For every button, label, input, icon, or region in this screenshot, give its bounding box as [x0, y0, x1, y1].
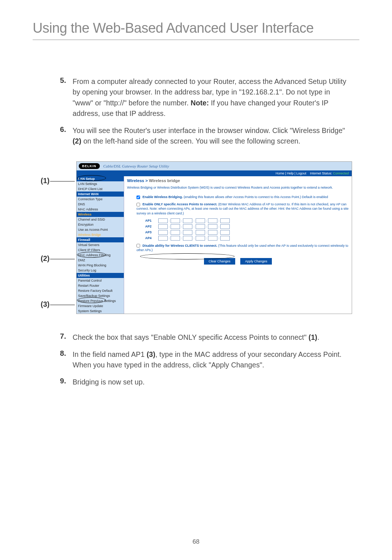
nav-wan-ping-blocking[interactable]: WAN Ping Blocking: [77, 263, 124, 268]
panel-description: Wireless Bridging or Wireless Distributi…: [127, 186, 349, 190]
mac-octet-input[interactable]: [220, 236, 230, 241]
mac-octet-input[interactable]: [171, 236, 180, 241]
step-text: Check the box that says "Enable ONLY spe…: [73, 332, 352, 343]
mac-octet-input[interactable]: [171, 218, 180, 223]
router-screenshot: (1) (2) (3) BELKIN Cable/DSL Gateway Rou…: [47, 161, 359, 314]
callout-3: (3): [41, 300, 49, 309]
mac-octet-input[interactable]: [196, 224, 205, 229]
page-number: 68: [0, 538, 392, 545]
nav-encryption[interactable]: Encryption: [77, 222, 124, 227]
nav-parental-control[interactable]: Parental Control: [77, 278, 124, 283]
step: 8.In the field named AP1 (3), type in th…: [54, 349, 352, 371]
nav-internet-wan[interactable]: Internet WAN: [77, 192, 124, 197]
mac-octet-input[interactable]: [208, 236, 217, 241]
page-title: Using the Web-Based Advanced User Interf…: [33, 20, 359, 40]
mac-octet-input[interactable]: [183, 236, 192, 241]
mac-octet-input[interactable]: [158, 224, 168, 229]
nav-lan-setup[interactable]: LAN Setup: [77, 176, 124, 181]
ap-label: AP2: [145, 225, 158, 228]
nav-virtual-servers[interactable]: Virtual Servers: [77, 242, 124, 247]
nav-client-ip-filters[interactable]: Client IP Filters: [77, 247, 124, 253]
top-bar: Home | Help | Logout Internet Status: Co…: [77, 170, 352, 176]
nav-channel-ssid[interactable]: Channel and SSID: [77, 217, 124, 222]
enable-bridging-checkbox[interactable]: [136, 196, 140, 199]
ap-row: AP4:::::: [145, 236, 349, 241]
ap-row: AP2:::::: [145, 224, 349, 229]
nav-restore-factory[interactable]: Restore Factory Default: [77, 288, 124, 293]
mac-octet-input[interactable]: [208, 218, 217, 223]
step: 7.Check the box that says "Enable ONLY s…: [54, 332, 352, 343]
mac-octet-input[interactable]: [196, 236, 205, 241]
mac-octet-input[interactable]: [158, 236, 168, 241]
steps-list-lower: 7.Check the box that says "Enable ONLY s…: [54, 332, 352, 388]
router-window: BELKIN Cable/DSL Gateway Router Setup Ut…: [76, 161, 352, 314]
step-text: From a computer already connected to you…: [73, 76, 352, 119]
status-label: Internet Status:: [310, 172, 332, 175]
clear-changes-button[interactable]: Clear Changes: [204, 258, 235, 265]
nav-system-settings[interactable]: System Settings: [77, 309, 124, 314]
mac-octet-input[interactable]: [158, 230, 168, 235]
belkin-logo: BELKIN: [79, 163, 100, 169]
mac-octet-input[interactable]: [196, 230, 205, 235]
nav-dmz[interactable]: DMZ: [77, 258, 124, 263]
step-text: You will see the Router's user interface…: [73, 125, 352, 147]
step-text: Bridging is now set up.: [73, 377, 352, 387]
mac-octet-input[interactable]: [183, 218, 192, 223]
callout-1: (1): [41, 177, 49, 185]
status-value: Connected: [333, 172, 349, 175]
mac-octet-input[interactable]: [171, 224, 180, 229]
ap-row: AP3:::::: [145, 230, 349, 235]
nav-connection-type[interactable]: Connection Type: [77, 197, 124, 202]
breadcrumb: Wireless > Wireless bridge: [127, 178, 349, 183]
step-number: 5.: [54, 76, 73, 119]
nav-mac-address[interactable]: MAC Address: [77, 207, 124, 212]
mac-octet-input[interactable]: [171, 230, 180, 235]
nav-use-as-ap[interactable]: Use as Access Point: [77, 227, 124, 232]
nav-firewall[interactable]: Firewall: [77, 237, 124, 242]
mac-octet-input[interactable]: [208, 224, 217, 229]
ap-row: AP1:::::: [145, 218, 349, 223]
nav-restart-router[interactable]: Restart Router: [77, 283, 124, 288]
nav-utilities[interactable]: Utilities: [77, 273, 124, 278]
nav-restore-previous[interactable]: Restore Previous Settings: [77, 298, 124, 303]
step: 9.Bridging is now set up.: [54, 377, 352, 387]
step-number: 8.: [54, 349, 73, 371]
nav-dns[interactable]: DNS: [77, 202, 124, 207]
nav-security-log[interactable]: Security Log: [77, 268, 124, 273]
nav-mac-filtering[interactable]: MAC Address Filtering: [77, 253, 124, 258]
callout-2: (2): [41, 254, 49, 263]
nav-dhcp-client-list[interactable]: DHCP Client List: [77, 186, 124, 192]
step: 5.From a computer already connected to y…: [54, 76, 352, 119]
sidebar: LAN Setup LAN Settings DHCP Client List …: [77, 176, 124, 314]
step-number: 7.: [54, 332, 73, 343]
mac-octet-input[interactable]: [196, 218, 205, 223]
mac-octet-input[interactable]: [183, 224, 192, 229]
router-tagline: Cable/DSL Gateway Router Setup Utility: [103, 164, 169, 168]
top-links[interactable]: Home | Help | Logout: [275, 172, 306, 175]
step-number: 9.: [54, 377, 73, 387]
step-text: In the field named AP1 (3), type in the …: [73, 349, 352, 371]
mac-octet-input[interactable]: [220, 224, 230, 229]
mac-octet-input[interactable]: [220, 218, 230, 223]
main-panel: Wireless > Wireless bridge Wireless Brid…: [124, 176, 352, 314]
step-number: 6.: [54, 125, 73, 147]
nav-wireless-bridge[interactable]: Wireless Bridge: [77, 232, 124, 237]
enable-bridging-option: Enable Wireless Bridging. (enabling this…: [136, 195, 349, 199]
mac-octet-input[interactable]: [183, 230, 192, 235]
nav-save-backup[interactable]: Save/Backup Settings: [77, 293, 124, 298]
nav-lan-settings[interactable]: LAN Settings: [77, 181, 124, 186]
mac-octet-input[interactable]: [208, 230, 217, 235]
ap-label: AP1: [145, 219, 158, 222]
ap-address-table: AP1:::::AP2:::::AP3:::::AP4:::::: [127, 218, 349, 241]
ap-label: AP4: [145, 236, 158, 240]
mac-octet-input[interactable]: [158, 218, 168, 223]
apply-changes-button[interactable]: Apply Changes: [240, 258, 272, 265]
enable-specific-ap-checkbox[interactable]: [136, 203, 140, 206]
nav-firmware-update[interactable]: Firmware Update: [77, 303, 124, 309]
mac-octet-input[interactable]: [220, 230, 230, 235]
disable-clients-option: Disable ability for Wireless CLIENTS to …: [136, 243, 349, 252]
steps-list-upper: 5.From a computer already connected to y…: [54, 76, 352, 147]
disable-clients-checkbox[interactable]: [136, 244, 140, 247]
enable-specific-ap-option: Enable ONLY specific Access Points to co…: [136, 202, 349, 215]
nav-wireless[interactable]: Wireless: [77, 212, 124, 217]
